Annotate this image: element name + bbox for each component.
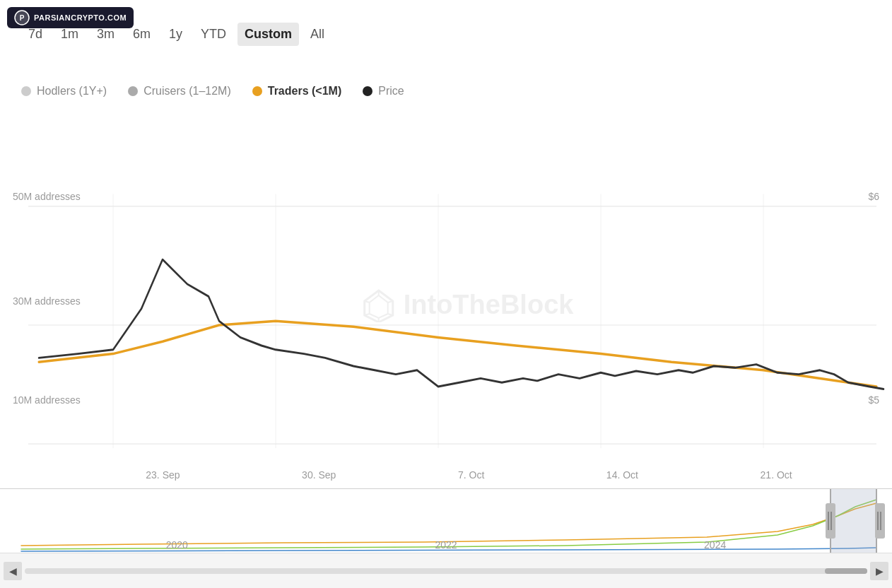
filter-1y[interactable]: 1y <box>162 23 189 46</box>
price-label: Price <box>378 85 404 98</box>
scrollbar[interactable]: ◀ ▶ <box>0 553 892 588</box>
svg-text:P: P <box>20 14 25 22</box>
filter-custom[interactable]: Custom <box>237 23 299 46</box>
logo-text: PARSIANCRYPTO.COM <box>34 13 127 22</box>
filter-ytd[interactable]: YTD <box>194 23 233 46</box>
legend-hodlers[interactable]: Hodlers (1Y+) <box>21 85 107 98</box>
chart-legend: Hodlers (1Y+) Cruisers (1–12M) Traders (… <box>21 85 404 98</box>
scroll-left-button[interactable]: ◀ <box>4 562 22 580</box>
filter-1m[interactable]: 1m <box>54 23 86 46</box>
traders-dot <box>252 86 262 96</box>
scroll-right-button[interactable]: ▶ <box>870 562 888 580</box>
scroll-thumb[interactable] <box>825 568 867 574</box>
legend-traders[interactable]: Traders (<1M) <box>252 85 341 98</box>
x-label-sep30: 30. Sep <box>302 469 336 481</box>
x-label-oct21: 21. Oct <box>761 469 792 481</box>
x-label-sep23: 23. Sep <box>146 469 180 481</box>
x-label-oct14: 14. Oct <box>606 469 638 481</box>
mini-year-labels: 2020 2022 2024 <box>0 539 892 551</box>
chart-svg <box>0 120 892 489</box>
cruisers-label: Cruisers (1–12M) <box>143 85 231 98</box>
legend-cruisers[interactable]: Cruisers (1–12M) <box>128 85 231 98</box>
filter-6m[interactable]: 6m <box>126 23 158 46</box>
hodlers-dot <box>21 86 31 96</box>
filter-3m[interactable]: 3m <box>90 23 122 46</box>
filter-all[interactable]: All <box>303 23 331 46</box>
legend-price[interactable]: Price <box>363 85 404 98</box>
cruisers-dot <box>128 86 138 96</box>
main-chart-area: IntoTheBlock 50M addresses 30M addresses… <box>0 120 892 489</box>
mini-year-2022: 2022 <box>435 539 457 551</box>
mini-year-2020: 2020 <box>166 539 188 551</box>
price-dot <box>363 86 372 96</box>
traders-label: Traders (<1M) <box>268 85 341 98</box>
x-axis-labels: 23. Sep 30. Sep 7. Oct 14. Oct 21. Oct <box>0 469 892 481</box>
filter-7d[interactable]: 7d <box>21 23 49 46</box>
hodlers-label: Hodlers (1Y+) <box>37 85 107 98</box>
mini-year-2024: 2024 <box>704 539 726 551</box>
time-filter-group: 7d 1m 3m 6m 1y YTD Custom All <box>21 23 331 46</box>
scroll-track[interactable] <box>25 568 867 574</box>
x-label-oct7: 7. Oct <box>458 469 484 481</box>
